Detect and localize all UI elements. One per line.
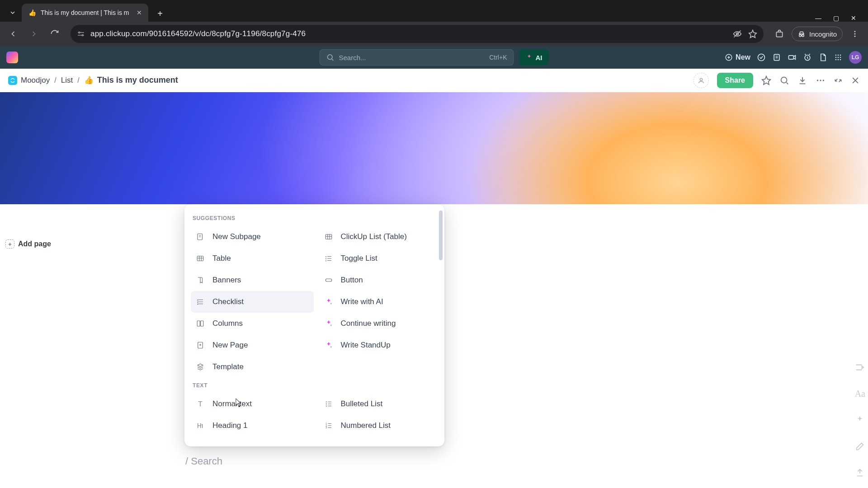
export-rail-icon[interactable] — [855, 468, 865, 478]
template-icon — [195, 363, 205, 371]
add-page-label: Add page — [18, 240, 51, 248]
menu-section-text: TEXT — [193, 382, 440, 389]
slash-menu-item-label: Numbered List — [341, 421, 391, 430]
site-settings-icon[interactable] — [77, 30, 85, 38]
new-button[interactable]: New — [725, 53, 750, 61]
plus-icon: + — [5, 239, 14, 249]
doc-cover[interactable] — [0, 92, 868, 204]
user-avatar[interactable]: LG — [849, 51, 862, 64]
download-icon[interactable] — [797, 75, 807, 85]
text-icon — [195, 400, 205, 408]
task-tray-icon[interactable] — [757, 53, 766, 62]
slash-command-hint: / Search — [185, 455, 222, 467]
button-icon — [324, 276, 334, 284]
slash-menu-item[interactable]: Bulleted List — [319, 393, 442, 415]
browser-tab-strip: 👍 This is my document | This is m ✕ + — … — [0, 0, 868, 22]
slash-menu-item[interactable]: Checklist — [191, 291, 314, 313]
nav-back-button[interactable] — [5, 25, 22, 42]
columns-icon — [195, 319, 205, 328]
add-page-button[interactable]: + Add page — [5, 239, 51, 249]
breadcrumb-doc[interactable]: 👍 This is my document — [84, 75, 178, 85]
slash-menu-item[interactable]: Write StandUp — [319, 334, 442, 356]
bookmark-star-icon[interactable] — [748, 29, 757, 38]
slash-menu-item-label: Toggle List — [341, 254, 377, 263]
slash-menu-item[interactable]: Continue writing — [319, 313, 442, 334]
slash-menu-item-label: New Page — [212, 341, 248, 350]
extensions-icon[interactable] — [771, 25, 788, 42]
window-close-button[interactable]: ✕ — [851, 14, 856, 22]
app-header: Search... Ctrl+K AI New LG — [0, 46, 868, 69]
svg-point-26 — [817, 80, 818, 81]
slash-menu-item[interactable]: Numbered List — [319, 415, 442, 436]
share-button[interactable]: Share — [717, 73, 753, 88]
add-collaborator-button[interactable] — [693, 73, 709, 88]
slash-menu-item[interactable]: New Subpage — [191, 226, 314, 248]
slash-menu-item-label: Button — [341, 276, 363, 285]
favorite-star-icon[interactable] — [761, 75, 771, 85]
svg-rect-3 — [776, 32, 782, 37]
slash-menu-item-label: Checklist — [212, 297, 244, 306]
slash-menu-item[interactable]: Normal text — [191, 393, 314, 415]
close-doc-icon[interactable] — [851, 76, 860, 85]
numbered-icon — [324, 422, 334, 430]
nav-forward-button[interactable] — [25, 25, 42, 42]
collapse-icon[interactable] — [834, 76, 843, 85]
tab-close-icon[interactable]: ✕ — [137, 9, 142, 16]
incognito-label: Incognito — [809, 30, 837, 38]
slash-menu-item[interactable]: Columns — [191, 313, 314, 334]
ai-button[interactable]: AI — [519, 49, 549, 66]
edit-rail-icon[interactable] — [855, 441, 865, 451]
slash-menu-item[interactable]: Toggle List — [319, 248, 442, 269]
breadcrumb-workspace[interactable]: Moodjoy — [8, 76, 50, 85]
docs-icon[interactable] — [818, 53, 827, 62]
menu-section-suggestions: SUGGESTIONS — [193, 215, 440, 221]
svg-rect-13 — [789, 56, 794, 59]
ai-rail-icon[interactable] — [855, 415, 865, 425]
browser-tab[interactable]: 👍 This is my document | This is m ✕ — [22, 4, 148, 22]
slash-menu-item[interactable]: ClickUp List (Table) — [319, 226, 442, 248]
window-minimize-button[interactable]: — — [815, 14, 821, 22]
slash-menu-item[interactable]: New Page — [191, 334, 314, 356]
svg-point-20 — [840, 57, 841, 58]
slash-menu-item[interactable]: Banners — [191, 269, 314, 291]
incognito-indicator[interactable]: Incognito — [792, 27, 843, 41]
address-bar[interactable]: app.clickup.com/9016164592/v/dc/8cpfg7g-… — [71, 25, 764, 43]
svg-point-24 — [700, 78, 702, 80]
tracking-protection-icon[interactable] — [733, 29, 742, 38]
svg-point-15 — [835, 55, 837, 56]
nav-reload-button[interactable] — [46, 25, 63, 42]
subpage-icon — [195, 233, 205, 241]
slash-menu-item[interactable]: Button — [319, 269, 442, 291]
clickup-logo[interactable] — [6, 52, 18, 63]
svg-point-21 — [835, 59, 837, 61]
menu-scrollbar-thumb[interactable] — [439, 211, 443, 260]
slash-menu-item-label: New Subpage — [212, 232, 261, 241]
svg-point-19 — [838, 57, 839, 58]
record-icon[interactable] — [788, 53, 797, 62]
tab-search-button[interactable] — [4, 4, 22, 22]
typography-icon[interactable]: Aa — [855, 389, 865, 399]
toggle-icon — [324, 254, 334, 263]
window-maximize-button[interactable]: ▢ — [833, 14, 839, 22]
global-search-input[interactable]: Search... Ctrl+K — [320, 49, 514, 66]
slash-menu-item-label: Write StandUp — [341, 341, 391, 350]
svg-point-23 — [840, 59, 841, 61]
slash-menu-item[interactable]: Table — [191, 248, 314, 269]
slash-menu-item[interactable]: Template — [191, 356, 314, 378]
newpage-icon — [195, 341, 205, 349]
search-shortcut: Ctrl+K — [489, 54, 507, 61]
indent-settings-icon[interactable] — [855, 362, 865, 372]
browser-menu-icon[interactable] — [846, 25, 863, 42]
notepad-icon[interactable] — [772, 53, 781, 62]
slash-menu-item-label: Normal text — [212, 399, 252, 408]
slash-menu-item[interactable]: Heading 1 — [191, 415, 314, 436]
doc-search-icon[interactable] — [779, 75, 789, 85]
reminder-icon[interactable] — [803, 53, 812, 62]
breadcrumb-list[interactable]: List — [61, 76, 73, 85]
slash-menu-item[interactable]: Write with AI — [319, 291, 442, 313]
more-options-icon[interactable] — [816, 75, 826, 85]
slash-menu-item-label: Heading 1 — [212, 421, 248, 430]
new-tab-button[interactable]: + — [152, 5, 168, 22]
apps-grid-icon[interactable] — [834, 53, 843, 62]
doc-canvas[interactable]: + Add page / Search Aa SUGGESTIONS New S… — [0, 204, 868, 484]
